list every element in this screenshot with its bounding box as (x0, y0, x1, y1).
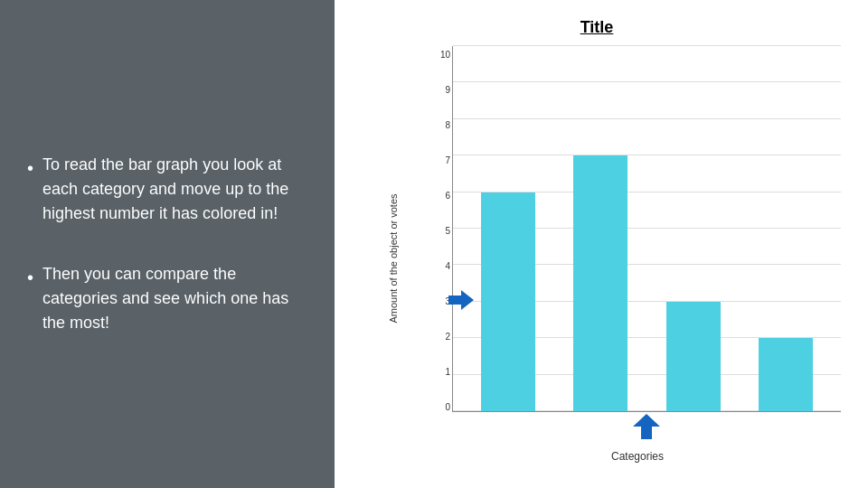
x-axis-label: Categories (434, 443, 841, 470)
left-panel: • To read the bar graph you look at each… (0, 0, 335, 488)
chart-inner: 012345678910 (434, 46, 841, 439)
bars-grid (452, 46, 841, 412)
y-tick: 4 (434, 261, 450, 271)
bar-B (573, 155, 627, 411)
up-arrow (452, 414, 841, 439)
chart-container: 012345678910 Categor (434, 46, 841, 470)
bar-C (666, 302, 721, 411)
y-axis-label-wrap: Amount of the object or votes (353, 46, 434, 470)
bullet-2: • Then you can compare the categories an… (27, 262, 307, 335)
chart-area: Amount of the object or votes 0123456789… (353, 46, 841, 470)
svg-marker-1 (633, 414, 660, 439)
bars-area (452, 46, 841, 439)
bullet-1: • To read the bar graph you look at each… (27, 153, 307, 226)
y-tick: 9 (434, 85, 450, 95)
y-tick: 8 (434, 120, 450, 130)
chart-title: Title (353, 18, 841, 37)
y-tick: 2 (434, 332, 450, 342)
right-arrow (448, 290, 474, 314)
y-tick: 5 (434, 226, 450, 236)
svg-marker-0 (448, 290, 474, 310)
y-axis-label: Amount of the object or votes (388, 193, 399, 323)
y-tick: 7 (434, 155, 450, 165)
y-tick: 10 (434, 50, 450, 60)
bullet-dot-1: • (27, 155, 33, 182)
y-numbers: 012345678910 (434, 46, 452, 439)
bar-A (481, 192, 535, 411)
right-panel: Title Amount of the object or votes 0123… (335, 0, 868, 488)
bar-D (759, 338, 813, 411)
bullet-1-text: To read the bar graph you look at each c… (42, 153, 307, 226)
bars-row (453, 46, 841, 411)
bullet-2-text: Then you can compare the categories and … (42, 262, 307, 335)
y-tick: 1 (434, 367, 450, 377)
y-tick: 0 (434, 402, 450, 412)
y-tick: 6 (434, 191, 450, 201)
bullet-dot-2: • (27, 264, 33, 291)
